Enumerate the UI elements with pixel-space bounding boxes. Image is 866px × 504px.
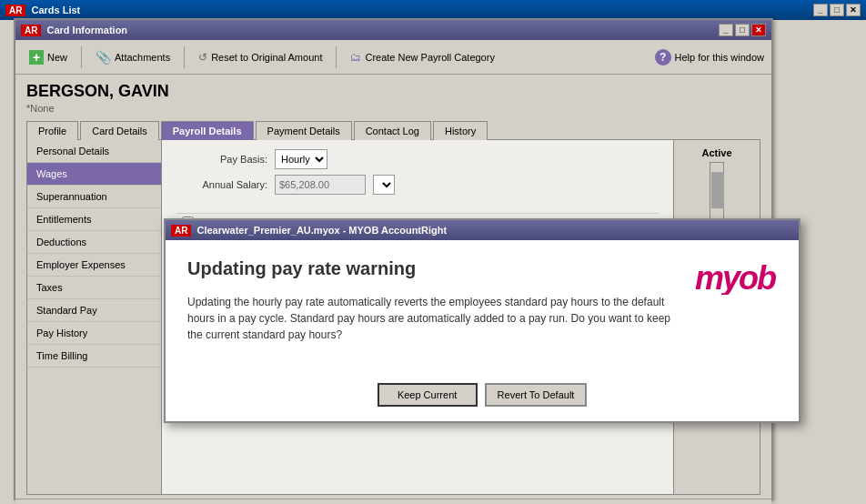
svg-text:myob: myob xyxy=(695,259,776,295)
revert-default-button[interactable]: Revert To Default xyxy=(485,383,588,407)
dialog-titlebar: AR Clearwater_Premier_AU.myox - MYOB Acc… xyxy=(166,220,799,240)
dialog-message: Updating the hourly pay rate automatical… xyxy=(187,294,677,343)
dialog-body: Updating pay rate warning Updating the h… xyxy=(187,258,677,365)
myob-logo: myob xyxy=(695,258,777,303)
dialog-content: Updating pay rate warning Updating the h… xyxy=(166,240,799,383)
dialog-buttons: Keep Current Revert To Default xyxy=(166,383,799,421)
outer-window: AR Cards List _ □ ✕ AR Card Information … xyxy=(0,0,866,504)
dialog-overlay: AR Clearwater_Premier_AU.myox - MYOB Acc… xyxy=(0,0,866,504)
warning-dialog: AR Clearwater_Premier_AU.myox - MYOB Acc… xyxy=(164,218,801,423)
dialog-app-title: Clearwater_Premier_AU.myox - MYOB Accoun… xyxy=(196,225,447,236)
dialog-title: Updating pay rate warning xyxy=(187,258,677,279)
keep-current-button[interactable]: Keep Current xyxy=(378,383,478,407)
dialog-ar-badge: AR xyxy=(171,225,191,237)
